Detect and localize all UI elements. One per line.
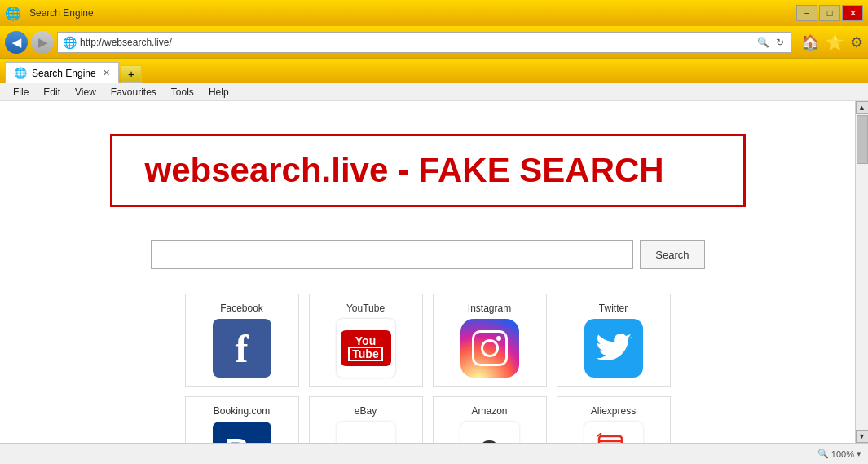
close-button[interactable]: ✕ [842, 5, 863, 21]
zoom-level: 100% [831, 449, 854, 459]
twitter-icon [584, 319, 643, 378]
back-button[interactable]: ◀ [5, 31, 28, 54]
nav-bar: ◀ ▶ 🌐 http://websearch.live/ 🔍 ↻ 🏠 ⭐ ⚙ [0, 26, 868, 59]
search-input[interactable] [151, 240, 634, 269]
address-text: http://websearch.live/ [80, 37, 752, 48]
shortcut-tiles-grid: Facebook f YouTube You Tube [185, 294, 671, 443]
menu-help[interactable]: Help [202, 85, 236, 99]
scroll-thumb[interactable] [857, 115, 868, 164]
address-icons: 🔍 ↻ [756, 35, 786, 50]
yt-logo: You Tube [337, 319, 395, 378]
scroll-down-button[interactable]: ▼ [856, 430, 869, 443]
ig-logo [460, 319, 519, 378]
tile-booking-label: Booking.com [214, 405, 270, 417]
minimize-button[interactable]: − [796, 5, 817, 21]
tile-instagram[interactable]: Instagram [433, 294, 547, 387]
amazon-icon: a [460, 422, 519, 443]
forward-button[interactable]: ▶ [31, 31, 54, 54]
tile-instagram-label: Instagram [468, 303, 511, 314]
tile-aliexpress-label: Aliexpress [591, 405, 636, 417]
refresh-icon[interactable]: ↻ [774, 35, 786, 50]
search-address-icon[interactable]: 🔍 [756, 35, 771, 50]
menu-view[interactable]: View [68, 85, 103, 99]
menu-edit[interactable]: Edit [37, 85, 67, 99]
ebay-icon: ebay [337, 422, 395, 443]
fake-search-banner: websearch.live - FAKE SEARCH [110, 134, 746, 207]
status-right: 🔍 100% ▾ [817, 449, 861, 459]
scrollbar: ▲ ▼ [855, 101, 868, 443]
address-bar: 🌐 http://websearch.live/ 🔍 ↻ [57, 32, 791, 53]
restore-button[interactable]: □ [819, 5, 840, 21]
tile-facebook[interactable]: Facebook f [185, 294, 299, 387]
tile-ebay[interactable]: eBay ebay [309, 396, 423, 443]
ali-cart-svg [597, 433, 630, 443]
tw-logo [584, 319, 643, 378]
fb-logo: f [213, 319, 271, 378]
menu-file[interactable]: File [7, 85, 35, 99]
tab-close-button[interactable]: ✕ [103, 68, 110, 78]
ali-logo: Aliexpress [584, 422, 643, 443]
tile-youtube[interactable]: YouTube You Tube [309, 294, 423, 387]
fake-search-text: websearch.live - FAKE SEARCH [145, 151, 664, 189]
status-bar: 🔍 100% ▾ [0, 443, 868, 464]
ie-logo: 🌐 [5, 6, 21, 21]
address-ie-icon: 🌐 [63, 36, 77, 49]
menu-favourites[interactable]: Favourites [104, 85, 163, 99]
browser-body: websearch.live - FAKE SEARCH Search Face… [0, 101, 868, 443]
ebay-logo: ebay [337, 422, 395, 443]
tile-amazon-label: Amazon [471, 405, 507, 417]
zoom-icon: 🔍 [817, 449, 829, 459]
bk-logo: B. [213, 422, 271, 443]
booking-icon: B. [213, 422, 271, 443]
home-icon[interactable]: 🏠 [801, 33, 819, 51]
tab-ie-icon: 🌐 [14, 67, 27, 79]
tab-bar: 🌐 Search Engine ✕ + [0, 59, 868, 83]
tile-ebay-label: eBay [355, 405, 377, 417]
search-button[interactable]: Search [640, 240, 704, 269]
settings-icon[interactable]: ⚙ [850, 33, 863, 51]
instagram-icon [460, 319, 519, 378]
tab-label: Search Engine [32, 68, 96, 79]
tile-twitter-label: Twitter [599, 303, 628, 314]
tile-aliexpress[interactable]: Aliexpress Aliexpress [557, 396, 671, 443]
scroll-up-button[interactable]: ▲ [856, 101, 869, 114]
zoom-dropdown-icon[interactable]: ▾ [857, 449, 861, 459]
youtube-icon: You Tube [337, 319, 395, 378]
title-bar: 🌐 Search Engine − □ ✕ [0, 0, 868, 26]
new-tab-button[interactable]: + [121, 65, 142, 83]
facebook-icon: f [213, 319, 271, 378]
amz-logo: a [460, 422, 519, 443]
title-bar-left: 🌐 Search Engine [5, 6, 94, 21]
scroll-track[interactable] [856, 114, 868, 430]
menu-tools[interactable]: Tools [165, 85, 200, 99]
aliexpress-icon: Aliexpress [584, 422, 643, 443]
title-bar-title: Search Engine [29, 7, 94, 19]
tile-amazon[interactable]: Amazon a [433, 396, 547, 443]
menu-bar: File Edit View Favourites Tools Help [0, 83, 868, 101]
title-bar-controls: − □ ✕ [796, 5, 863, 21]
tile-facebook-label: Facebook [220, 303, 263, 314]
main-content: websearch.live - FAKE SEARCH Search Face… [0, 101, 855, 443]
tile-twitter[interactable]: Twitter [557, 294, 671, 387]
favorites-icon[interactable]: ⭐ [826, 33, 844, 51]
tile-booking[interactable]: Booking.com B. [185, 396, 299, 443]
search-area: Search [151, 240, 705, 269]
tab-search-engine[interactable]: 🌐 Search Engine ✕ [5, 62, 119, 83]
tile-youtube-label: YouTube [346, 303, 385, 314]
zoom-control[interactable]: 🔍 100% ▾ [817, 449, 861, 459]
